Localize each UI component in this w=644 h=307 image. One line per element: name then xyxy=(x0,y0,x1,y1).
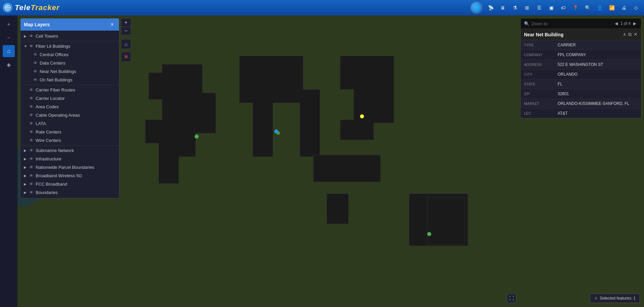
field-value: ORLANDO xyxy=(554,70,641,79)
layer-item-fiber-lit[interactable]: ▼ 👁 Fiber Lit Buildings xyxy=(21,42,119,50)
field-value: ORLANDO-KISSIMMEE-SANFORD, FL xyxy=(554,99,641,109)
layer-label: Cell Towers xyxy=(36,34,116,39)
visibility-icon[interactable]: 👁 xyxy=(33,77,38,82)
layer-item-boundaries[interactable]: ▶ 👁 Boundaries xyxy=(21,188,119,197)
app-title: TeleTracker xyxy=(15,3,59,12)
compass-control[interactable]: N xyxy=(121,52,131,62)
diamond-icon[interactable]: ◇ xyxy=(631,2,641,13)
card-icon[interactable]: ▣ xyxy=(546,2,557,13)
cursor-icon: ⊹ xyxy=(594,296,598,301)
layer-item-infrastructure[interactable]: ▶ 👁 Infrastructure xyxy=(21,155,119,163)
visibility-icon[interactable]: 👁 xyxy=(29,190,34,195)
layer-label: Submarine Network xyxy=(36,148,116,153)
layer-item-nationwide[interactable]: ▶ 👁 Nationwide Parcel Boundaries xyxy=(21,163,119,171)
grid-icon[interactable]: ⊞ xyxy=(522,2,532,13)
layer-item-wire-centers[interactable]: ▶ 👁 Wire Centers xyxy=(21,136,119,145)
search-icon[interactable]: 🔍 xyxy=(582,2,593,13)
layer-item-near-net[interactable]: 👁 Near Net Buildings xyxy=(30,67,119,76)
layer-item-on-net[interactable]: 👁 On Net Buildings xyxy=(30,76,119,84)
visibility-icon[interactable]: 👁 xyxy=(29,129,34,135)
collapse-button[interactable]: ∧ xyxy=(623,32,626,37)
layer-item-lata[interactable]: ▶ 👁 LATA xyxy=(21,119,119,128)
wifi-icon[interactable]: 📶 xyxy=(606,2,617,13)
layer-item-broadband[interactable]: ▶ 👁 Broadband Wireless 5G xyxy=(21,171,119,180)
visibility-icon[interactable]: 👁 xyxy=(33,52,38,57)
expand-button[interactable]: ⧉ xyxy=(628,32,632,37)
chevron-icon: ▶ xyxy=(24,149,27,152)
layers-body[interactable]: ▶ 👁 Cell Towers ▼ 👁 Fiber Lit Buildings … xyxy=(21,31,119,198)
home-control[interactable]: ⌂ xyxy=(121,39,131,49)
visibility-icon[interactable]: 👁 xyxy=(33,69,38,74)
print-icon[interactable]: 🖨 xyxy=(618,2,629,13)
compass-side-button[interactable]: ◈ xyxy=(3,59,15,71)
info-row: ADDRESS522 E WASHINGTON ST xyxy=(521,60,641,70)
layer-item-area-codes[interactable]: ▶ 👁 Area Codes xyxy=(21,103,119,111)
visibility-icon[interactable]: 👁 xyxy=(29,173,34,178)
monitor-icon[interactable]: 🖥 xyxy=(497,2,508,13)
info-table: TYPECARRIERCOMPANYFPL COMPANYADDRESS522 … xyxy=(521,40,641,118)
info-row: CITYORLANDO xyxy=(521,70,641,79)
visibility-icon[interactable]: 👁 xyxy=(29,138,34,143)
visibility-icon[interactable]: 👁 xyxy=(33,61,38,66)
layer-item-cell-towers[interactable]: ▶ 👁 Cell Towers xyxy=(21,32,119,40)
badge-icon[interactable]: 🏷 xyxy=(558,2,569,13)
filter-icon[interactable]: ⚗ xyxy=(510,2,520,13)
svg-point-12 xyxy=(277,131,280,135)
visibility-icon[interactable]: 👁 xyxy=(29,113,34,118)
layer-label: Central Offices xyxy=(40,52,116,57)
visibility-icon[interactable]: 👁 xyxy=(29,96,34,101)
prev-button[interactable]: ◀ xyxy=(613,21,619,27)
layers-close-button[interactable]: × xyxy=(109,21,116,28)
info-row: MARKETORLANDO-KISSIMMEE-SANFORD, FL xyxy=(521,99,641,109)
layer-item-cable-operating[interactable]: ▶ 👁 Cable Operating Areas xyxy=(21,111,119,119)
field-key: COMPANY xyxy=(521,50,554,60)
layer-label: Rate Centers xyxy=(36,129,116,135)
visibility-icon[interactable]: 👁 xyxy=(29,182,34,187)
layer-item-central-offices[interactable]: 👁 Central Offices xyxy=(30,50,119,59)
globe-icon[interactable]: 🌐 xyxy=(471,2,483,14)
near-net-actions: ∧ ⧉ ✕ xyxy=(623,32,638,37)
field-key: CITY xyxy=(521,70,554,79)
layer-label: FCC Broadband xyxy=(36,182,116,187)
visibility-icon[interactable]: 👁 xyxy=(29,165,34,170)
layer-item-carrier-fiber[interactable]: ▶ 👁 Carrier Fiber Routes xyxy=(21,86,119,94)
home-map-button[interactable]: ⌂ xyxy=(121,39,131,49)
home-side-button[interactable]: ⌂ xyxy=(3,45,15,57)
close-panel-button[interactable]: ✕ xyxy=(634,32,638,37)
app-logo-icon xyxy=(3,3,13,13)
left-sidebar: ＋ － ⌂ ◈ xyxy=(0,15,17,307)
layer-item-carrier-locator[interactable]: ▶ 👁 Carrier Locator xyxy=(21,94,119,103)
svg-point-14 xyxy=(427,232,431,236)
plus-button[interactable]: ＋ xyxy=(3,18,15,30)
visibility-icon[interactable]: 👁 xyxy=(29,87,34,92)
minus-button[interactable]: － xyxy=(3,32,15,44)
person-icon[interactable]: 👤 xyxy=(594,2,605,13)
visibility-icon[interactable]: 👁 xyxy=(29,34,34,39)
zoom-to-input[interactable] xyxy=(531,21,611,26)
layer-item-submarine[interactable]: ▶ 👁 Submarine Network xyxy=(21,146,119,155)
layer-item-fcc[interactable]: ▶ 👁 FCC Broadband xyxy=(21,180,119,188)
zoom-in-button[interactable]: + xyxy=(121,18,131,27)
compass-icon: N xyxy=(123,53,129,60)
visibility-icon[interactable]: 👁 xyxy=(29,148,34,153)
field-value: AT&T xyxy=(554,109,641,118)
visibility-icon[interactable]: 👁 xyxy=(29,44,34,49)
zoom-out-button[interactable]: − xyxy=(121,27,131,35)
layer-label: Fiber Lit Buildings xyxy=(36,44,116,49)
layer-item-rate-centers[interactable]: ▶ 👁 Rate Centers xyxy=(21,128,119,136)
chevron-icon: ▶ xyxy=(24,165,27,169)
chevron-icon: ▶ xyxy=(24,157,27,161)
location-icon[interactable]: 📍 xyxy=(570,2,581,13)
layers-panel: Map Layers × ▶ 👁 Cell Towers ▼ 👁 Fiber L… xyxy=(20,18,119,198)
selected-count-label: Selected features: 1 xyxy=(600,296,636,301)
layer-item-data-centers[interactable]: 👁 Data Centers xyxy=(30,59,119,67)
satellite-icon[interactable]: 📡 xyxy=(485,2,496,13)
list-icon[interactable]: ☰ xyxy=(534,2,545,13)
fullscreen-button[interactable]: ⛶ xyxy=(507,294,516,303)
visibility-icon[interactable]: 👁 xyxy=(29,121,34,126)
map-area[interactable]: + − ⌂ N Map Layers × ▶ 👁 Cell Towers ▼ xyxy=(17,15,644,307)
visibility-icon[interactable]: 👁 xyxy=(29,104,34,109)
zoom-controls[interactable]: + − xyxy=(121,18,131,35)
next-button[interactable]: ▶ xyxy=(632,21,638,27)
visibility-icon[interactable]: 👁 xyxy=(29,156,34,161)
